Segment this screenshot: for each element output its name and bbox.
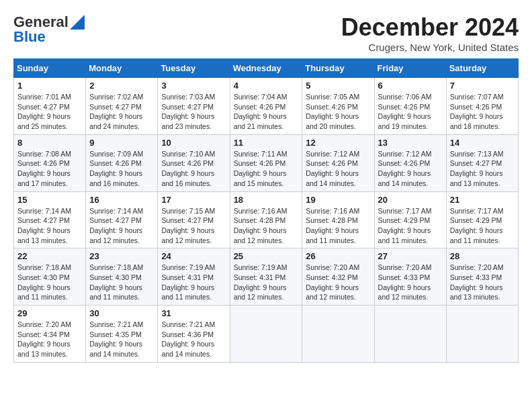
calendar-week-3: 15 Sunrise: 7:14 AM Sunset: 4:27 PM Dayl…	[14, 191, 519, 248]
calendar-cell: 21 Sunrise: 7:17 AM Sunset: 4:29 PM Dayl…	[446, 191, 518, 248]
day-info: Sunrise: 7:19 AM Sunset: 4:31 PM Dayligh…	[161, 263, 226, 302]
calendar-cell: 29 Sunrise: 7:20 AM Sunset: 4:34 PM Dayl…	[14, 306, 86, 363]
logo-triangle-icon	[70, 15, 85, 30]
day-number: 14	[450, 138, 515, 148]
calendar-cell: 27 Sunrise: 7:20 AM Sunset: 4:33 PM Dayl…	[374, 248, 446, 306]
calendar-cell: 8 Sunrise: 7:08 AM Sunset: 4:26 PM Dayli…	[14, 134, 86, 191]
calendar-cell: 31 Sunrise: 7:21 AM Sunset: 4:36 PM Dayl…	[158, 306, 230, 363]
day-number: 20	[378, 195, 443, 205]
calendar-week-2: 8 Sunrise: 7:08 AM Sunset: 4:26 PM Dayli…	[14, 134, 519, 191]
day-info: Sunrise: 7:09 AM Sunset: 4:26 PM Dayligh…	[89, 149, 154, 189]
day-number: 23	[89, 251, 154, 261]
day-number: 11	[234, 138, 299, 148]
day-info: Sunrise: 7:02 AM Sunset: 4:27 PM Dayligh…	[89, 92, 154, 132]
calendar-cell: 30 Sunrise: 7:21 AM Sunset: 4:35 PM Dayl…	[86, 306, 158, 363]
calendar-table: SundayMondayTuesdayWednesdayThursdayFrid…	[13, 58, 519, 363]
day-number: 17	[161, 195, 226, 205]
calendar-week-5: 29 Sunrise: 7:20 AM Sunset: 4:34 PM Dayl…	[14, 306, 519, 363]
day-number: 22	[17, 251, 82, 261]
day-info: Sunrise: 7:20 AM Sunset: 4:32 PM Dayligh…	[306, 263, 370, 302]
calendar-cell: 2 Sunrise: 7:02 AM Sunset: 4:27 PM Dayli…	[86, 78, 158, 135]
title-block: December 2024 Crugers, New York, United …	[341, 13, 519, 53]
day-info: Sunrise: 7:17 AM Sunset: 4:29 PM Dayligh…	[378, 206, 443, 246]
day-number: 3	[161, 81, 226, 91]
location-text: Crugers, New York, United States	[341, 42, 519, 53]
day-info: Sunrise: 7:16 AM Sunset: 4:28 PM Dayligh…	[234, 206, 299, 246]
day-number: 28	[450, 251, 515, 261]
day-number: 4	[234, 81, 299, 91]
calendar-cell	[302, 306, 374, 363]
header-wednesday: Wednesday	[230, 59, 302, 78]
day-info: Sunrise: 7:10 AM Sunset: 4:26 PM Dayligh…	[161, 149, 226, 189]
header-saturday: Saturday	[446, 59, 518, 78]
day-info: Sunrise: 7:06 AM Sunset: 4:26 PM Dayligh…	[378, 92, 443, 132]
day-info: Sunrise: 7:20 AM Sunset: 4:33 PM Dayligh…	[450, 263, 515, 302]
calendar-cell: 26 Sunrise: 7:20 AM Sunset: 4:32 PM Dayl…	[302, 248, 374, 306]
day-number: 6	[378, 81, 443, 91]
day-info: Sunrise: 7:14 AM Sunset: 4:27 PM Dayligh…	[17, 206, 82, 246]
header-thursday: Thursday	[302, 59, 374, 78]
calendar-cell: 13 Sunrise: 7:12 AM Sunset: 4:26 PM Dayl…	[374, 134, 446, 191]
day-number: 30	[89, 308, 154, 318]
calendar-cell: 22 Sunrise: 7:18 AM Sunset: 4:30 PM Dayl…	[14, 248, 86, 306]
day-number: 8	[17, 138, 82, 148]
day-info: Sunrise: 7:05 AM Sunset: 4:26 PM Dayligh…	[306, 92, 370, 132]
day-info: Sunrise: 7:12 AM Sunset: 4:26 PM Dayligh…	[378, 149, 443, 189]
calendar-cell: 7 Sunrise: 7:07 AM Sunset: 4:26 PM Dayli…	[446, 78, 518, 135]
calendar-cell: 9 Sunrise: 7:09 AM Sunset: 4:26 PM Dayli…	[86, 134, 158, 191]
day-number: 29	[17, 308, 82, 318]
calendar-cell: 19 Sunrise: 7:16 AM Sunset: 4:28 PM Dayl…	[302, 191, 374, 248]
calendar-cell: 11 Sunrise: 7:11 AM Sunset: 4:26 PM Dayl…	[230, 134, 302, 191]
calendar-cell: 10 Sunrise: 7:10 AM Sunset: 4:26 PM Dayl…	[158, 134, 230, 191]
calendar-cell: 1 Sunrise: 7:01 AM Sunset: 4:27 PM Dayli…	[14, 78, 86, 135]
day-info: Sunrise: 7:16 AM Sunset: 4:28 PM Dayligh…	[306, 206, 370, 246]
day-number: 2	[89, 81, 154, 91]
day-number: 9	[89, 138, 154, 148]
calendar-cell: 18 Sunrise: 7:16 AM Sunset: 4:28 PM Dayl…	[230, 191, 302, 248]
calendar-cell: 4 Sunrise: 7:04 AM Sunset: 4:26 PM Dayli…	[230, 78, 302, 135]
day-number: 1	[17, 81, 82, 91]
day-number: 10	[161, 138, 226, 148]
calendar-cell: 3 Sunrise: 7:03 AM Sunset: 4:27 PM Dayli…	[158, 78, 230, 135]
calendar-cell: 12 Sunrise: 7:12 AM Sunset: 4:26 PM Dayl…	[302, 134, 374, 191]
day-info: Sunrise: 7:13 AM Sunset: 4:27 PM Dayligh…	[450, 149, 515, 189]
day-number: 16	[89, 195, 154, 205]
day-number: 5	[306, 81, 370, 91]
day-info: Sunrise: 7:19 AM Sunset: 4:31 PM Dayligh…	[234, 263, 299, 302]
header-tuesday: Tuesday	[158, 59, 230, 78]
header-friday: Friday	[374, 59, 446, 78]
day-info: Sunrise: 7:03 AM Sunset: 4:27 PM Dayligh…	[161, 92, 226, 132]
day-number: 15	[17, 195, 82, 205]
day-info: Sunrise: 7:04 AM Sunset: 4:26 PM Dayligh…	[234, 92, 299, 132]
day-info: Sunrise: 7:07 AM Sunset: 4:26 PM Dayligh…	[450, 92, 515, 132]
day-number: 31	[161, 308, 226, 318]
calendar-cell: 6 Sunrise: 7:06 AM Sunset: 4:26 PM Dayli…	[374, 78, 446, 135]
day-number: 7	[450, 81, 515, 91]
calendar-header-row: SundayMondayTuesdayWednesdayThursdayFrid…	[14, 59, 519, 78]
calendar-cell: 23 Sunrise: 7:18 AM Sunset: 4:30 PM Dayl…	[86, 248, 158, 306]
day-info: Sunrise: 7:17 AM Sunset: 4:29 PM Dayligh…	[450, 206, 515, 246]
day-number: 24	[161, 251, 226, 261]
day-info: Sunrise: 7:11 AM Sunset: 4:26 PM Dayligh…	[234, 149, 299, 189]
calendar-cell: 14 Sunrise: 7:13 AM Sunset: 4:27 PM Dayl…	[446, 134, 518, 191]
calendar-cell	[446, 306, 518, 363]
day-info: Sunrise: 7:18 AM Sunset: 4:30 PM Dayligh…	[17, 263, 82, 302]
calendar-cell: 20 Sunrise: 7:17 AM Sunset: 4:29 PM Dayl…	[374, 191, 446, 248]
day-info: Sunrise: 7:20 AM Sunset: 4:33 PM Dayligh…	[378, 263, 443, 302]
day-number: 21	[450, 195, 515, 205]
day-number: 13	[378, 138, 443, 148]
calendar-week-1: 1 Sunrise: 7:01 AM Sunset: 4:27 PM Dayli…	[14, 78, 519, 135]
month-title: December 2024	[341, 13, 519, 42]
logo: General Blue	[13, 13, 85, 46]
calendar-cell: 16 Sunrise: 7:14 AM Sunset: 4:27 PM Dayl…	[86, 191, 158, 248]
calendar-cell	[230, 306, 302, 363]
day-number: 27	[378, 251, 443, 261]
calendar-week-4: 22 Sunrise: 7:18 AM Sunset: 4:30 PM Dayl…	[14, 248, 519, 306]
calendar-cell: 17 Sunrise: 7:15 AM Sunset: 4:27 PM Dayl…	[158, 191, 230, 248]
calendar-cell: 28 Sunrise: 7:20 AM Sunset: 4:33 PM Dayl…	[446, 248, 518, 306]
day-info: Sunrise: 7:08 AM Sunset: 4:26 PM Dayligh…	[17, 149, 82, 189]
day-number: 26	[306, 251, 370, 261]
page-header: General Blue December 2024 Crugers, New …	[13, 13, 519, 53]
day-info: Sunrise: 7:21 AM Sunset: 4:36 PM Dayligh…	[161, 320, 226, 359]
day-number: 12	[306, 138, 370, 148]
